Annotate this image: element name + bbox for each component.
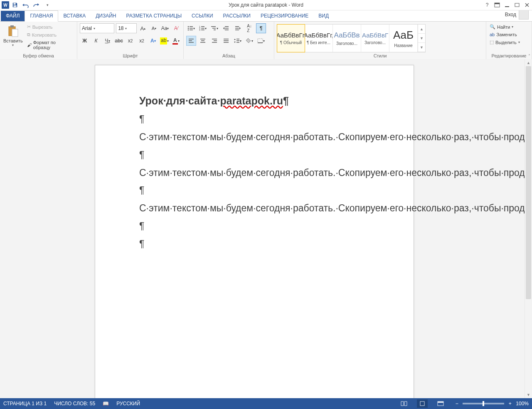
style-label: ¶ Обычный	[280, 40, 302, 45]
multilevel-button[interactable]: ▾	[209, 23, 219, 33]
numbering-button[interactable]: 123▾	[198, 23, 208, 33]
justify-button[interactable]	[221, 36, 231, 46]
paste-button[interactable]: Вставить ▾	[2, 23, 24, 48]
format-painter-button[interactable]: 🖌 Формат по образцу	[26, 39, 74, 51]
underline-button[interactable]: Ч▾	[103, 36, 112, 46]
undo-button[interactable]	[21, 0, 31, 10]
status-language[interactable]: РУССКИЙ	[116, 401, 140, 407]
align-right-button[interactable]	[209, 36, 219, 46]
tab-insert[interactable]: ВСТАВКА	[58, 11, 91, 21]
shrink-font-button[interactable]: A▾	[149, 23, 159, 33]
format-painter-label: Формат по образцу	[33, 40, 74, 50]
svg-rect-7	[10, 25, 14, 27]
select-icon: ⬚	[490, 40, 494, 45]
svg-rect-40	[224, 40, 229, 41]
superscript-button[interactable]: x2	[137, 36, 146, 46]
document-page[interactable]: Урок·для·сайта·paratapok.ru¶ ¶ С·этим·те…	[95, 65, 414, 398]
zoom-value[interactable]: 100%	[516, 401, 529, 407]
ribbon: Вставить ▾ ✂ Вырезать ⧉ Копировать 🖌 Фор…	[0, 22, 532, 59]
close-button[interactable]	[522, 0, 532, 10]
font-size-combo[interactable]: 18▾	[116, 23, 136, 33]
font-name-combo[interactable]: Arial▾	[80, 23, 114, 33]
select-button[interactable]: ⬚ Выделить ▾	[489, 39, 521, 46]
zoom-out-button[interactable]: −	[453, 401, 460, 407]
decrease-indent-button[interactable]	[221, 23, 231, 33]
tab-home[interactable]: ГЛАВНАЯ	[25, 10, 58, 22]
tab-mailings[interactable]: РАССЫЛКИ	[218, 11, 256, 21]
shading-button[interactable]: ▾	[244, 36, 254, 46]
tab-references[interactable]: ССЫЛКИ	[187, 11, 218, 21]
ribbon-display-button[interactable]	[492, 0, 502, 10]
select-label: Выделить	[495, 40, 517, 45]
grow-font-button[interactable]: A▴	[138, 23, 148, 33]
style-no-spacing[interactable]: АаБбВвГг, ¶ Без инте...	[305, 25, 333, 52]
scroll-thumb[interactable]	[526, 66, 531, 299]
italic-button[interactable]: К	[91, 36, 101, 46]
zoom-in-button[interactable]: +	[507, 401, 513, 407]
view-read-button[interactable]	[399, 399, 409, 408]
collapse-ribbon-button[interactable]: ˄	[528, 54, 530, 58]
borders-button[interactable]: ▾	[256, 36, 266, 46]
minimize-button[interactable]	[502, 0, 512, 10]
tab-review[interactable]: РЕЦЕНЗИРОВАНИЕ	[256, 11, 313, 21]
replace-button[interactable]: ab Заменить	[489, 31, 521, 38]
sort-button[interactable]: A↓Z	[244, 23, 254, 33]
cut-label: Вырезать	[32, 25, 53, 30]
maximize-button[interactable]	[512, 0, 522, 10]
status-words[interactable]: ЧИСЛО СЛОВ: 55	[54, 401, 95, 407]
style-title[interactable]: АаБ Название	[389, 25, 418, 52]
view-web-button[interactable]	[435, 399, 446, 408]
svg-rect-37	[214, 40, 217, 41]
scroll-down-button[interactable]: ▼	[525, 391, 532, 398]
line-spacing-button[interactable]: ▾	[233, 36, 243, 46]
gallery-down[interactable]: ▼	[418, 34, 425, 43]
svg-rect-42	[236, 39, 239, 40]
bold-button[interactable]: Ж	[80, 36, 89, 46]
redo-button[interactable]	[32, 0, 42, 10]
svg-rect-33	[200, 39, 205, 40]
font-color-button[interactable]: A▾	[171, 36, 181, 46]
tab-file[interactable]: ФАЙЛ	[1, 11, 25, 21]
tab-design[interactable]: ДИЗАЙН	[91, 11, 121, 21]
gallery-more[interactable]: ▼	[418, 43, 425, 52]
scroll-track[interactable]	[525, 66, 532, 391]
svg-point-9	[188, 26, 189, 27]
font-name-value: Arial	[82, 25, 92, 31]
style-normal[interactable]: АаБбВвГг, ¶ Обычный	[277, 24, 305, 52]
status-proofing-icon[interactable]: 📖	[103, 401, 109, 407]
svg-rect-39	[224, 39, 229, 40]
vertical-scrollbar[interactable]: ▲ ▼	[525, 59, 532, 398]
save-button[interactable]	[10, 0, 20, 10]
align-center-button[interactable]	[198, 36, 208, 46]
help-button[interactable]: ?	[482, 0, 492, 10]
status-page[interactable]: СТРАНИЦА 1 ИЗ 1	[3, 401, 47, 407]
zoom-slider[interactable]	[463, 403, 504, 404]
strike-button[interactable]: abc	[114, 36, 123, 46]
show-marks-button[interactable]: ¶	[256, 23, 266, 33]
replace-icon: ab	[490, 32, 495, 37]
style-heading1[interactable]: АаБбВв Заголово...	[333, 25, 361, 52]
style-heading2[interactable]: АаБбВвГ Заголово...	[361, 25, 389, 52]
avatar-icon	[519, 10, 529, 20]
tab-layout[interactable]: РАЗМЕТКА СТРАНИЦЫ	[121, 11, 187, 21]
gallery-up[interactable]: ▲	[418, 25, 425, 34]
bullets-button[interactable]: ▾	[186, 23, 196, 33]
increase-indent-button[interactable]	[233, 23, 243, 33]
svg-rect-35	[200, 42, 205, 43]
view-print-button[interactable]	[417, 399, 428, 408]
subscript-button[interactable]: x2	[126, 36, 135, 46]
highlight-button[interactable]: ab▾	[160, 36, 169, 46]
cut-button[interactable]: ✂ Вырезать	[26, 23, 74, 30]
group-font-label: Шрифт	[80, 53, 181, 59]
copy-button[interactable]: ⧉ Копировать	[26, 31, 74, 38]
svg-rect-32	[189, 42, 194, 43]
change-case-button[interactable]: Aa▾	[160, 23, 170, 33]
align-left-button[interactable]	[186, 36, 196, 46]
scroll-up-button[interactable]: ▲	[525, 59, 532, 66]
clear-format-button[interactable]: A⁄	[171, 23, 181, 33]
qat-customize-button[interactable]: ▾	[42, 0, 52, 10]
text-effects-button[interactable]: A▾	[148, 36, 158, 46]
tab-view[interactable]: ВИД	[313, 11, 334, 21]
find-button[interactable]: 🔍 Найти ▾	[489, 23, 521, 30]
zoom-control: − + 100%	[453, 401, 529, 407]
